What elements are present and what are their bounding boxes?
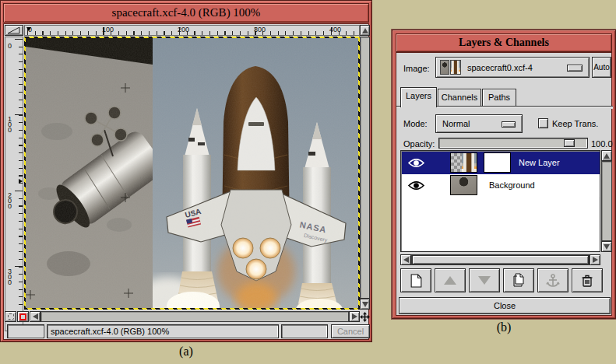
layer-thumbnail[interactable] bbox=[450, 175, 477, 195]
image-window: spacecraft.xcf-4.0 (RGB) 100% 0 100 200 … bbox=[0, 0, 372, 342]
list-scroll-down-button[interactable] bbox=[601, 241, 612, 252]
progress-box bbox=[281, 324, 328, 338]
transparency-checker bbox=[451, 153, 462, 172]
image-window-title: spacecraft.xcf-4.0 (RGB) 100% bbox=[112, 6, 261, 19]
tab-channels-label: Channels bbox=[442, 93, 477, 102]
cancel-label: Cancel bbox=[337, 327, 364, 336]
raise-layer-button[interactable] bbox=[435, 268, 466, 292]
list-scroll-left-button[interactable] bbox=[400, 254, 411, 265]
mode-dropdown[interactable]: Normal bbox=[435, 114, 523, 133]
ruler-label: 200 bbox=[178, 26, 189, 33]
list-scroll-right-button[interactable] bbox=[590, 254, 600, 265]
image-window-body: 0 100 200 300 400 0 100 200 300 bbox=[3, 23, 369, 340]
layers-dialog-body: Image: spacecraft0.xcf-4 Auto Layers Cha… bbox=[396, 52, 612, 316]
image-window-titlebar[interactable]: spacecraft.xcf-4.0 (RGB) 100% bbox=[3, 3, 369, 23]
arrow-right-icon bbox=[593, 257, 598, 263]
quickmask-on-button[interactable] bbox=[17, 311, 29, 322]
tab-channels[interactable]: Channels bbox=[438, 89, 481, 107]
keep-trans-checkbox[interactable] bbox=[538, 118, 548, 128]
close-label: Close bbox=[494, 301, 516, 310]
arrow-up-icon bbox=[604, 153, 610, 159]
opacity-slider-handle[interactable] bbox=[564, 139, 575, 147]
layer-row-new-layer[interactable]: New Layer bbox=[402, 152, 600, 174]
horizontal-scroll-right-button[interactable] bbox=[349, 311, 360, 322]
tab-paths[interactable]: Paths bbox=[482, 89, 516, 107]
layer-thumbnail[interactable] bbox=[450, 152, 477, 173]
tab-layers[interactable]: Layers bbox=[400, 87, 437, 107]
caption-b: (b) bbox=[392, 320, 616, 334]
ruler-label: 100 bbox=[102, 26, 114, 33]
layer-mask-thumbnail[interactable] bbox=[484, 152, 511, 173]
canvas-photos: USA NASA Discovery bbox=[26, 38, 358, 308]
image-select-value: spacecraft0.xcf-4 bbox=[467, 63, 533, 72]
trash-icon bbox=[581, 274, 593, 288]
cancel-button[interactable]: Cancel bbox=[331, 324, 370, 338]
auto-button[interactable]: Auto bbox=[592, 57, 611, 78]
visibility-toggle[interactable] bbox=[407, 155, 425, 170]
ruler-label: 200 bbox=[8, 193, 14, 209]
horizontal-scroll-left-button[interactable] bbox=[30, 311, 40, 322]
ruler-label: 300 bbox=[8, 269, 14, 285]
red-square-icon bbox=[19, 313, 26, 320]
close-button[interactable]: Close bbox=[399, 297, 611, 314]
quickmask-off-button[interactable] bbox=[5, 311, 16, 322]
opacity-slider[interactable] bbox=[438, 138, 588, 149]
vertical-ruler[interactable]: 0 100 200 300 bbox=[5, 37, 23, 331]
mode-label: Mode: bbox=[403, 119, 428, 128]
duplicate-layer-button[interactable] bbox=[503, 268, 534, 292]
list-vertical-scrollbar[interactable] bbox=[601, 161, 612, 241]
vertical-scroll-down-button[interactable] bbox=[360, 299, 370, 310]
lower-layer-button[interactable] bbox=[469, 268, 500, 292]
list-scroll-up-button[interactable] bbox=[601, 150, 612, 161]
move-cross-icon bbox=[360, 312, 370, 322]
vertical-scroll-up-button[interactable] bbox=[360, 25, 370, 36]
anchor-layer-button[interactable] bbox=[537, 268, 568, 292]
arrow-left-icon bbox=[403, 257, 409, 263]
mode-value: Normal bbox=[442, 119, 470, 128]
layers-dialog-titlebar[interactable]: Layers & Channels bbox=[396, 33, 612, 52]
tab-layers-label: Layers bbox=[406, 91, 431, 100]
image-select-dropdown[interactable]: spacecraft0.xcf-4 bbox=[435, 57, 590, 78]
new-layer-button[interactable] bbox=[400, 268, 431, 292]
horizontal-ruler[interactable]: 0 100 200 300 400 bbox=[24, 25, 360, 36]
arrow-down-icon bbox=[604, 244, 610, 250]
ruler-position-marker-icon bbox=[26, 27, 31, 31]
cursor-position-box bbox=[7, 324, 44, 338]
ruler-label: 300 bbox=[254, 26, 266, 33]
eye-icon bbox=[408, 180, 424, 191]
shuttle-launch-photo: USA NASA Discovery bbox=[153, 38, 358, 308]
image-label: Image: bbox=[403, 64, 430, 73]
visibility-toggle[interactable] bbox=[407, 177, 425, 193]
arrow-right-icon bbox=[352, 313, 357, 320]
canvas[interactable]: USA NASA Discovery bbox=[24, 37, 360, 310]
navigation-preview-button[interactable] bbox=[360, 311, 370, 322]
arrow-up-icon bbox=[444, 276, 456, 285]
menu-triangle-icon bbox=[7, 26, 21, 34]
option-menu-indicator-icon bbox=[502, 121, 516, 128]
delete-layer-button[interactable] bbox=[572, 268, 603, 292]
opacity-label: Opacity: bbox=[403, 139, 435, 149]
eye-icon bbox=[408, 157, 424, 169]
tab-paths-label: Paths bbox=[488, 93, 510, 102]
ruler-label: 400 bbox=[329, 26, 341, 33]
layers-list: New Layer Background bbox=[400, 150, 600, 252]
ruler-label: 100 bbox=[8, 117, 14, 133]
scrollbar-thumb[interactable] bbox=[412, 255, 589, 264]
option-menu-indicator-icon bbox=[567, 65, 583, 72]
keep-trans-label: Keep Trans. bbox=[552, 119, 598, 128]
layer-row-background[interactable]: Background bbox=[402, 174, 600, 197]
arrow-down-icon bbox=[478, 276, 491, 285]
caption-a: (a) bbox=[0, 345, 372, 359]
horizontal-scrollbar[interactable] bbox=[40, 311, 349, 322]
anchor-icon bbox=[546, 274, 560, 288]
image-menu-button[interactable] bbox=[5, 25, 23, 36]
new-page-icon bbox=[410, 274, 422, 288]
statusbar-text: spacecraft.xcf-4.0 (RGB) 100% bbox=[51, 327, 169, 336]
arrow-left-icon bbox=[33, 313, 38, 320]
list-horizontal-scrollbar[interactable] bbox=[411, 254, 590, 265]
layer-name: New Layer bbox=[519, 158, 560, 167]
layer-name: Background bbox=[489, 180, 535, 190]
arrow-down-icon bbox=[362, 302, 368, 307]
vertical-scrollbar[interactable] bbox=[360, 37, 370, 299]
arrow-up-icon bbox=[362, 28, 368, 33]
